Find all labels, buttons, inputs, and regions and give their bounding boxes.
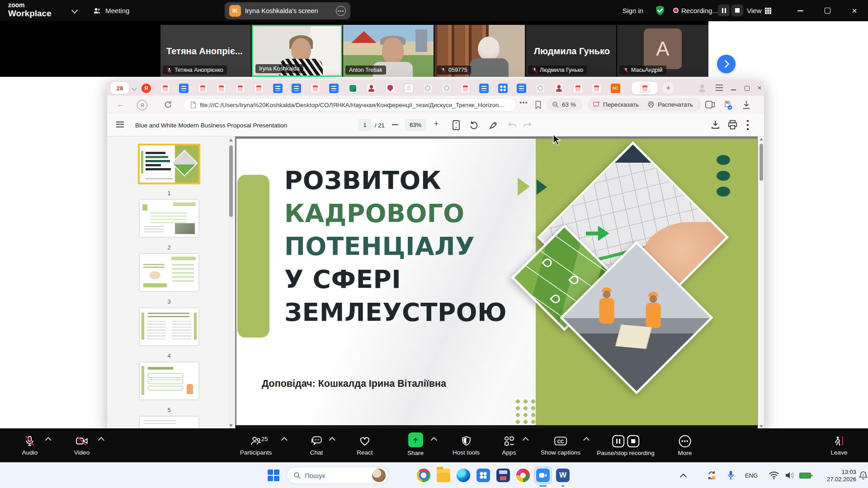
restore-button[interactable] xyxy=(817,0,837,21)
tab-favicon-snow-gray[interactable] xyxy=(423,84,433,93)
battery-icon[interactable] xyxy=(799,473,811,479)
tab-favicon-doc-blue[interactable] xyxy=(329,84,339,93)
stop-recording-button[interactable] xyxy=(731,5,743,16)
tab-favicon-grid-blue[interactable] xyxy=(498,84,508,93)
url-field[interactable]: file:///C:/Users/Iryna%20Koshkalda/Deskt… xyxy=(183,98,517,112)
taskbar-word-icon[interactable]: W xyxy=(556,469,570,482)
new-tab-button[interactable]: + xyxy=(662,82,674,94)
tab-shared-screen[interactable]: IK Iryna Koshkalda's screen ••• xyxy=(225,2,350,19)
tab-favicon-doc-blue[interactable] xyxy=(179,84,189,93)
notification-bell-icon[interactable]: z xyxy=(859,471,868,480)
captions-button[interactable]: CC Show captions xyxy=(541,428,580,462)
chevron-down-icon[interactable] xyxy=(71,7,78,14)
active-tab[interactable] xyxy=(632,82,658,94)
browser-menu-icon[interactable] xyxy=(716,84,723,91)
security-shield-icon[interactable] xyxy=(654,5,666,16)
print-page-button[interactable]: Распечатать xyxy=(642,98,702,111)
language-indicator[interactable]: ENG xyxy=(745,463,758,488)
taskbar-edge-icon[interactable] xyxy=(457,469,470,482)
volume-icon[interactable] xyxy=(785,471,795,480)
tab-favicon-sc-orange[interactable]: SC xyxy=(611,84,620,93)
scrollbar-thumb[interactable] xyxy=(229,145,233,217)
fit-page-icon[interactable] xyxy=(452,120,460,131)
page-zoom-badge[interactable]: 63 % xyxy=(547,98,583,111)
tab-favicon-sheet-green[interactable] xyxy=(348,84,358,93)
captions-options-icon[interactable] xyxy=(583,437,590,443)
downloads-icon[interactable] xyxy=(742,100,751,110)
browser-minimize-button[interactable] xyxy=(726,80,740,96)
next-participants-button[interactable] xyxy=(717,55,736,73)
tab-favicon-doc-red[interactable] xyxy=(592,84,601,93)
apps-options-icon[interactable] xyxy=(523,437,529,443)
tab-favicon-doc-blue[interactable] xyxy=(292,84,301,93)
saved-check-icon[interactable] xyxy=(722,100,733,111)
view-button[interactable]: View xyxy=(747,0,771,21)
participant-tile[interactable]: Тетяна Анопріє... Тетяна Анопрієнко xyxy=(160,25,251,77)
tab-favicon-doc-red[interactable] xyxy=(160,84,170,93)
tab-favicon-doc-blue[interactable] xyxy=(273,84,283,93)
tab-favicon-doc-red[interactable] xyxy=(311,84,320,93)
audio-options-icon[interactable] xyxy=(45,437,52,443)
host-tools-button[interactable]: Host tools xyxy=(453,428,480,462)
pause-stop-recording-button[interactable]: Pause/stop recording xyxy=(597,428,655,462)
more-actions-icon[interactable]: ••• xyxy=(519,99,528,106)
sync-update-icon[interactable] xyxy=(706,470,717,481)
chat-options-icon[interactable] xyxy=(329,437,335,443)
participant-tile[interactable]: 059775 xyxy=(434,25,525,77)
tab-favicon-person-pink[interactable] xyxy=(554,84,564,93)
scroll-down-icon[interactable] xyxy=(760,425,763,428)
sidebar-panels-icon[interactable] xyxy=(705,100,716,110)
scroll-up-icon[interactable] xyxy=(229,139,233,141)
undo-icon[interactable] xyxy=(508,120,518,130)
participants-button[interactable]: Participants 25 xyxy=(240,428,272,462)
thumbnail-page-5[interactable] xyxy=(140,362,198,399)
participant-tile[interactable]: Людмила Гунько Людмила Гунько xyxy=(526,25,616,77)
scrollbar-thumb[interactable] xyxy=(760,144,763,181)
pause-icon[interactable] xyxy=(612,435,624,447)
audio-button[interactable]: Audio xyxy=(22,428,38,462)
tab-favicon-doc-white[interactable] xyxy=(404,84,414,93)
thumbnail-page-3[interactable] xyxy=(140,254,198,291)
react-button[interactable]: React xyxy=(357,428,373,462)
pdf-zoom-level[interactable]: 63% xyxy=(405,119,426,131)
taskbar-app-grid-icon[interactable] xyxy=(476,469,490,482)
taskbar-save-app-icon[interactable] xyxy=(496,469,510,482)
tab-favicon-doc-blue[interactable] xyxy=(517,84,526,93)
video-button[interactable]: Video xyxy=(74,428,90,462)
yandex-icon[interactable]: Я xyxy=(137,100,147,110)
tab-favicon-doc-red[interactable] xyxy=(198,84,208,93)
tab-favicon-doc-red[interactable] xyxy=(236,84,245,93)
share-options-icon[interactable] xyxy=(431,437,437,443)
download-icon[interactable] xyxy=(711,120,720,130)
sign-in-button[interactable]: Sign in xyxy=(623,0,643,21)
tab-favicon-doc-red[interactable] xyxy=(254,84,264,93)
participant-tile[interactable]: A МасьАндрій xyxy=(617,25,708,77)
tab-favicon-snow-gray[interactable] xyxy=(442,84,451,93)
tab-favicon-person-pink[interactable] xyxy=(367,84,376,93)
scroll-up-icon[interactable] xyxy=(760,138,763,141)
start-button[interactable] xyxy=(268,469,279,481)
tab-favicon-snow-gray[interactable] xyxy=(536,84,545,93)
search-daily-image[interactable] xyxy=(372,469,386,482)
tab-favicon-doc-red[interactable] xyxy=(217,84,226,93)
pdf-sidebar-toggle-icon[interactable] xyxy=(116,122,124,127)
tab-favicon-doc-red[interactable] xyxy=(573,84,583,93)
video-options-icon[interactable] xyxy=(98,437,104,443)
participants-options-icon[interactable] xyxy=(281,437,288,443)
print-icon[interactable] xyxy=(727,120,738,130)
retell-button[interactable]: Пересказать xyxy=(587,98,648,111)
wifi-icon[interactable] xyxy=(769,471,779,479)
apps-button[interactable]: Apps xyxy=(502,428,516,462)
thumbnail-page-4[interactable] xyxy=(140,308,198,345)
tray-clock[interactable]: 13:03 27.02.2026 xyxy=(824,463,856,488)
taskbar-explorer-icon[interactable] xyxy=(437,469,450,482)
scroll-down-icon[interactable] xyxy=(229,424,233,427)
annotate-pen-icon[interactable] xyxy=(488,120,499,131)
refresh-icon[interactable] xyxy=(163,100,173,109)
tabs-chevron-icon[interactable] xyxy=(132,85,137,90)
voice-typing-icon[interactable] xyxy=(727,470,735,481)
current-page-input[interactable]: 1 xyxy=(358,119,372,131)
participant-tile[interactable]: Anton Tretiak xyxy=(343,25,434,77)
more-button[interactable]: ••• More xyxy=(678,428,692,462)
leave-button[interactable]: Leave xyxy=(831,428,848,462)
